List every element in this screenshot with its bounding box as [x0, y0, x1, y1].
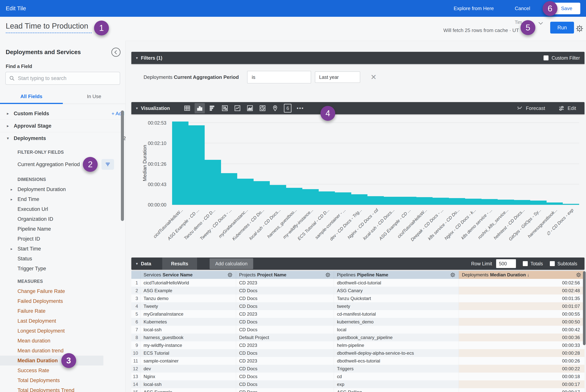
explore-from-here-link[interactable]: Explore from Here [454, 6, 494, 12]
totals-toggle[interactable]: Totals [523, 261, 543, 266]
bar[interactable] [367, 196, 384, 205]
cell-pipeline-name[interactable]: Triggers [334, 365, 459, 372]
table-row[interactable]: 8harness_guestbookDefault Projectguestbo… [131, 334, 585, 341]
cell-service-name[interactable]: my-wildfly-instance [140, 341, 236, 349]
cell-service-name[interactable]: cicdTutorialHelloWorld [140, 279, 236, 287]
table-row[interactable]: 10ECS TutorialCD Docsdbothwell-deploy-al… [131, 349, 585, 357]
sidebar-item-dimension[interactable]: Status [0, 254, 125, 264]
cell-pipeline-name[interactable]: tweety [334, 302, 459, 310]
cell-service-name[interactable]: Tanzu demo [140, 294, 236, 302]
bar[interactable] [188, 125, 205, 205]
cell-project-name[interactable]: CD Docs [236, 365, 334, 372]
cancel-link[interactable]: Cancel [515, 6, 530, 12]
cell-service-name[interactable]: dev [140, 365, 236, 372]
row-limit-input[interactable]: 500 [496, 259, 516, 268]
sidebar-item-measure[interactable]: Total Deployments [0, 376, 125, 385]
cell-service-name[interactable]: myGrafanaInstance [140, 310, 236, 318]
bar[interactable] [449, 198, 465, 205]
filter-field-button[interactable] [101, 159, 114, 170]
bar[interactable] [205, 160, 221, 205]
timezone-label[interactable]: Tim [515, 20, 522, 25]
bar[interactable] [530, 200, 547, 205]
table-row[interactable]: 12devCD DocsTriggers00:00:22 [131, 365, 585, 372]
column-header[interactable]: DeploymentsMedian Duration ↓ [459, 271, 585, 279]
cell-service-name[interactable]: Tweety [140, 302, 236, 310]
bar[interactable] [237, 179, 254, 205]
group-approval-stage[interactable]: ▸ Approval Stage [0, 120, 125, 132]
cell-pipeline-name[interactable]: dbothwell-deploy-alpha-service-to-ecs [334, 349, 459, 357]
gear-icon[interactable] [227, 272, 233, 278]
cell-median-duration[interactable]: 00:02:48 [459, 287, 585, 294]
sidebar-item-measure[interactable]: Failure Rate [0, 306, 125, 316]
gear-icon[interactable] [576, 272, 582, 278]
cell-project-name[interactable]: CD Docs [236, 287, 334, 294]
section-collapse-caret[interactable]: ▾ [136, 106, 138, 110]
cell-pipeline-name[interactable]: exp [334, 380, 459, 388]
bar[interactable] [254, 181, 270, 205]
pie-chart-icon[interactable] [257, 103, 268, 113]
cell-median-duration[interactable]: 00:00:42 [459, 326, 585, 334]
bar[interactable] [563, 204, 579, 205]
sidebar-item-dimension[interactable]: ▸Start Time [0, 244, 125, 254]
map-pin-icon[interactable] [270, 103, 280, 113]
visualization-header[interactable]: ▾ Visualization 6 ••• Forecast [131, 102, 585, 114]
table-row[interactable]: 9my-wildfly-instanceCD 2023helm-pipeline… [131, 341, 585, 349]
sidebar-item-dimension[interactable]: ▸Deployment Duration [0, 184, 125, 194]
table-row[interactable]: 11sample-containerCD 2023dbothwell-ecs-t… [131, 357, 585, 365]
cell-service-name[interactable]: local-ssh [140, 380, 236, 388]
single-value-icon[interactable]: 6 [283, 103, 293, 113]
gear-icon[interactable] [325, 272, 331, 278]
cell-pipeline-name[interactable]: dbothwell-cicd-tutorial [334, 279, 459, 287]
column-header[interactable]: ProjectsProject Name [236, 271, 334, 279]
cell-median-duration[interactable]: 00:00:17 [459, 388, 585, 392]
bar[interactable] [482, 199, 498, 205]
sidebar-item-measure[interactable]: Change Failure Rate [0, 286, 125, 296]
bar[interactable] [172, 122, 188, 205]
cell-project-name[interactable]: CD Docs [236, 326, 334, 334]
filter-operator-select[interactable]: is [247, 71, 311, 84]
sidebar-item-measure[interactable]: Success Rate [0, 366, 125, 376]
bar[interactable] [335, 192, 351, 205]
cell-median-duration[interactable]: 00:01:07 [459, 302, 585, 310]
cell-pipeline-name[interactable]: cd [334, 372, 459, 380]
table-scrollbar[interactable] [583, 271, 586, 345]
cell-project-name[interactable]: CD 2023 [236, 310, 334, 318]
sidebar-item-measure[interactable]: Last Deployment [0, 316, 125, 326]
cell-service-name[interactable]: ASG Example [140, 287, 236, 294]
column-chart-icon[interactable] [195, 103, 205, 113]
cell-pipeline-name[interactable]: kubernetes_demo [334, 318, 459, 326]
line-chart-icon[interactable] [232, 103, 243, 113]
filter-value-input[interactable]: Last year [315, 72, 360, 83]
sidebar-item-measure[interactable]: Mean duration [0, 336, 125, 346]
cell-project-name[interactable]: CD 2023 [236, 357, 334, 365]
sidebar-item-dimension[interactable]: Execution Url [0, 204, 125, 214]
custom-filter-toggle[interactable]: Custom Filter [544, 55, 580, 61]
results-tab[interactable]: Results [162, 258, 197, 270]
cell-service-name[interactable]: ECS Tutorial [140, 349, 236, 357]
bar[interactable] [400, 197, 416, 205]
run-button[interactable]: Run [550, 22, 574, 34]
cell-median-duration[interactable]: 00:00:18 [459, 372, 585, 380]
sidebar-item-measure[interactable]: Mean duration trend [0, 346, 125, 356]
cell-pipeline-name[interactable]: dbothwell-ecs-tutorial [334, 357, 459, 365]
timezone-chevron-icon[interactable] [539, 20, 543, 25]
sidebar-item-dimension[interactable]: Pipeline Name [0, 224, 125, 234]
table-row[interactable]: 13NginxCD Docscd00:00:18 [131, 372, 585, 380]
section-collapse-caret[interactable]: ▾ [136, 261, 138, 266]
cell-project-name[interactable]: CD 2023 [236, 341, 334, 349]
remove-filter-icon[interactable]: ✕ [371, 73, 377, 81]
cell-project-name[interactable]: CD Docs [236, 302, 334, 310]
sidebar-item-dimension[interactable]: ▸End Time [0, 194, 125, 204]
cell-pipeline-name[interactable]: Tanzu Quickstart [334, 294, 459, 302]
table-row[interactable]: 15ASG ExampleCD DocsASG Rolling00:00:17 [131, 388, 585, 392]
cell-median-duration[interactable]: 00:00:26 [459, 357, 585, 365]
cell-median-duration[interactable]: 00:00:55 [459, 310, 585, 318]
cell-pipeline-name[interactable]: ASG Rolling [334, 388, 459, 392]
table-row[interactable]: 5myGrafanaInstanceCD 2023cd-manifest-tut… [131, 310, 585, 318]
cell-project-name[interactable]: CD Docs [236, 380, 334, 388]
cell-project-name[interactable]: CD 2023 [236, 279, 334, 287]
bar[interactable] [433, 198, 449, 205]
table-row[interactable]: 4TweetyCD Docstweety00:01:07 [131, 302, 585, 310]
sidebar-scrollbar[interactable] [121, 110, 124, 221]
bar[interactable] [221, 173, 237, 205]
